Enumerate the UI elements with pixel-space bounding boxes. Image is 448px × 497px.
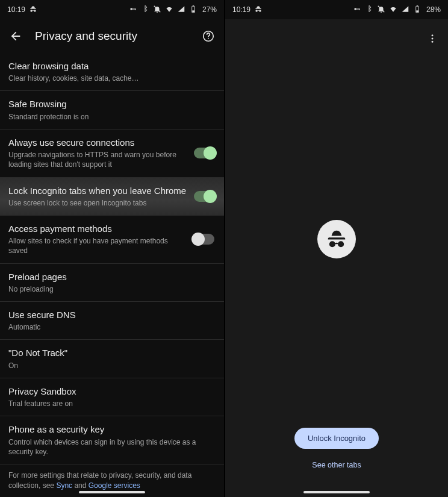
row-title: Preload pages: [8, 271, 214, 283]
row-title: Always use secure connections: [8, 137, 188, 149]
unlock-incognito-button[interactable]: Unlock Incognito: [294, 428, 379, 449]
svg-rect-15: [416, 10, 418, 12]
toggle-payment-methods[interactable]: [194, 234, 214, 245]
arrow-back-icon: [9, 30, 22, 43]
overflow-menu-button[interactable]: [425, 31, 440, 46]
svg-rect-6: [192, 10, 194, 12]
svg-point-16: [432, 34, 434, 36]
svg-rect-5: [193, 5, 194, 6]
row-title: "Do Not Track": [8, 347, 214, 359]
bluetooth-icon: [365, 5, 373, 15]
row-subtitle: Automatic: [8, 322, 214, 332]
svg-rect-14: [417, 5, 418, 6]
row-secure-connections[interactable]: Always use secure connections Upgrade na…: [0, 130, 224, 178]
row-subtitle: Clear history, cookies, site data, cache…: [8, 73, 214, 83]
row-subtitle: On: [8, 361, 214, 370]
row-title: Safe Browsing: [8, 98, 214, 110]
row-title: Phone as a security key: [8, 424, 214, 436]
row-clear-browsing-data[interactable]: Clear browsing data Clear history, cooki…: [0, 53, 224, 91]
row-title: Use secure DNS: [8, 309, 214, 321]
help-icon: [202, 30, 215, 43]
battery-icon: [189, 5, 198, 15]
row-subtitle: Control which devices can sign in by usi…: [8, 437, 214, 457]
nav-pill[interactable]: [303, 491, 370, 493]
row-subtitle: No preloading: [8, 284, 214, 294]
back-button[interactable]: [8, 29, 23, 43]
dnd-icon: [153, 5, 161, 15]
settings-list[interactable]: Clear browsing data Clear history, cooki…: [0, 53, 224, 497]
wifi-icon: [389, 5, 397, 15]
settings-header: Privacy and security: [0, 19, 224, 53]
incognito-icon: [317, 220, 356, 258]
row-secure-dns[interactable]: Use secure DNS Automatic: [0, 302, 224, 340]
see-other-tabs-link[interactable]: See other tabs: [312, 461, 361, 469]
signal-icon: [177, 5, 185, 15]
settings-screen: 10:19 27% Privacy and security: [0, 0, 224, 497]
signal-icon: [401, 5, 409, 15]
svg-point-17: [432, 38, 434, 40]
row-title: Lock Incognito tabs when you leave Chrom…: [8, 185, 188, 197]
row-safe-browsing[interactable]: Safe Browsing Standard protection is on: [0, 91, 224, 129]
nav-pill[interactable]: [79, 491, 145, 493]
link-sync[interactable]: Sync: [56, 481, 72, 490]
page-title: Privacy and security: [35, 30, 189, 43]
bluetooth-icon: [141, 5, 149, 15]
toggle-lock-incognito[interactable]: [194, 191, 214, 202]
battery-text: 27%: [202, 5, 217, 14]
status-bar: 10:19 28%: [225, 0, 448, 19]
row-subtitle: Use screen lock to see open Incognito ta…: [8, 198, 188, 208]
incognito-lock-screen: 10:19 28%: [224, 0, 448, 497]
vpn-key-icon: [129, 5, 137, 15]
incognito-status-icon: [254, 5, 263, 15]
row-phone-security-key[interactable]: Phone as a security key Control which de…: [0, 416, 224, 464]
more-vert-icon: [427, 33, 438, 44]
row-subtitle: Trial features are on: [8, 399, 214, 408]
vpn-key-icon: [353, 5, 361, 15]
status-bar: 10:19 27%: [0, 0, 224, 19]
row-lock-incognito[interactable]: Lock Incognito tabs when you leave Chrom…: [0, 178, 224, 216]
settings-footer-note: For more settings that relate to privacy…: [0, 464, 224, 494]
row-subtitle: Standard protection is on: [8, 112, 214, 122]
link-google-services[interactable]: Google services: [89, 481, 140, 490]
row-do-not-track[interactable]: "Do Not Track" On: [0, 340, 224, 378]
svg-rect-11: [359, 8, 359, 10]
svg-point-18: [432, 41, 434, 43]
battery-text: 28%: [426, 5, 441, 14]
row-payment-methods[interactable]: Access payment methods Allow sites to ch…: [0, 216, 224, 264]
dnd-icon: [377, 5, 385, 15]
help-button[interactable]: [201, 29, 216, 43]
row-privacy-sandbox[interactable]: Privacy Sandbox Trial features are on: [0, 378, 224, 416]
status-time: 10:19: [7, 5, 25, 14]
row-title: Privacy Sandbox: [8, 386, 214, 398]
row-title: Access payment methods: [8, 223, 188, 235]
row-subtitle: Allow sites to check if you have payment…: [8, 236, 188, 255]
toggle-secure-connections[interactable]: [194, 148, 214, 158]
wifi-icon: [165, 5, 173, 15]
incognito-status-icon: [29, 5, 37, 15]
row-title: Clear browsing data: [8, 60, 214, 72]
battery-icon: [413, 5, 422, 15]
incognito-hero: [317, 220, 356, 258]
svg-rect-2: [135, 8, 135, 10]
row-preload-pages[interactable]: Preload pages No preloading: [0, 264, 224, 302]
svg-point-8: [208, 38, 209, 39]
status-time: 10:19: [232, 5, 250, 14]
row-subtitle: Upgrade navigations to HTTPS and warn yo…: [8, 150, 188, 169]
